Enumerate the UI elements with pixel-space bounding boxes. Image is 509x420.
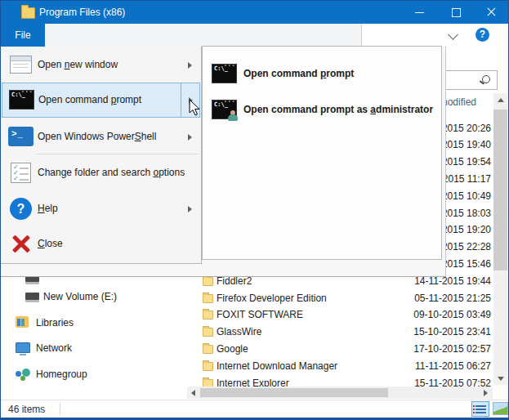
file-row[interactable]: FOXIT SOFTWARE09-10-2015 03:49	[187, 306, 493, 324]
sidebar-item-network[interactable]: Network	[1, 340, 186, 356]
file-date-modified: 11-11-2015 06:27	[415, 360, 491, 372]
drive-icon	[25, 293, 39, 300]
scroll-down-button[interactable]	[493, 372, 507, 385]
file-menu-item-open-command-prompt[interactable]: C:\_Open command prompt	[2, 83, 200, 118]
folder-icon	[203, 294, 213, 303]
window-icon	[8, 54, 34, 76]
folder-icon	[203, 362, 213, 371]
scroll-right-button[interactable]	[480, 386, 491, 399]
file-name: FOXIT SOFTWARE	[217, 309, 303, 320]
folder-icon	[203, 277, 213, 286]
admin-user-badge-icon	[227, 110, 238, 121]
file-menu-overlay: Open new windowC:\_Open command prompt>_…	[1, 47, 446, 277]
file-row[interactable]: Firefox Developer Edition05-11-2015 21:2…	[187, 290, 493, 307]
sidebar-item-new-volume-e[interactable]: New Volume (E:)	[1, 288, 186, 305]
file-menu-item-close[interactable]: Close	[2, 227, 200, 261]
vertical-scrollbar-thumb[interactable]	[493, 109, 507, 270]
file-tab[interactable]: File	[1, 24, 45, 47]
file-date-modified: 2015 15:46	[442, 258, 491, 270]
file-date-modified: 2015 19:54	[442, 156, 491, 168]
window-title: Program Files (x86)	[39, 1, 125, 24]
file-date-modified: 09-10-2015 03:49	[413, 309, 491, 320]
file-date-modified: 2015 20:26	[442, 123, 491, 134]
submenu-item-open-command-prompt[interactable]: C:\_Open command prompt	[204, 56, 440, 91]
powershell-icon: >_	[8, 126, 34, 148]
folder-icon	[21, 7, 35, 19]
file-name: GlassWire	[217, 326, 261, 337]
file-date-modified: 2015 10:49	[442, 190, 491, 202]
details-view-button[interactable]	[471, 401, 489, 417]
menu-item-label: Open command prompt	[38, 83, 141, 117]
file-date-modified: 2015 19:20	[442, 224, 491, 235]
command-prompt-submenu: C:\_Open command promptC:\_Open command …	[202, 46, 442, 260]
status-bar: 46 items	[1, 400, 509, 418]
explorer-window: Program Files (x86) ? File Date modified…	[0, 0, 509, 420]
file-menu-item-open-windows-powershell[interactable]: >_Open Windows PowerShell	[2, 120, 200, 154]
thumbnails-view-button[interactable]	[493, 402, 508, 415]
submenu-arrow-icon[interactable]	[188, 62, 192, 69]
sidebar-item-libraries[interactable]: Libraries	[1, 315, 186, 331]
folder-icon	[203, 345, 213, 354]
menu-item-label: Help	[38, 192, 58, 226]
folder-icon	[203, 328, 213, 337]
menu-item-label: Open new window	[38, 48, 118, 82]
sidebar-item-label: Network	[36, 342, 72, 354]
submenu-item-open-command-prompt-admin[interactable]: C:\_Open command prompt as administrator	[204, 92, 440, 127]
network-icon	[16, 342, 30, 353]
file-date-modified: 2015 19:40	[442, 139, 491, 150]
sidebar-item-label: Libraries	[36, 317, 74, 328]
details-view-icon	[476, 405, 486, 413]
file-date-modified: 17-10-2015 02:57	[413, 343, 491, 355]
file-row[interactable]: Internet Download Manager11-11-2015 06:2…	[187, 358, 493, 375]
cmd-admin-icon: C:\_	[212, 99, 238, 121]
submenu-arrow-icon[interactable]	[188, 134, 192, 141]
scroll-left-button[interactable]	[187, 386, 199, 399]
menu-item-label: Open command prompt as administrator	[243, 92, 433, 127]
help-icon: ?	[8, 198, 34, 220]
submenu-arrow-icon[interactable]	[188, 206, 192, 212]
items-count: 46 items	[8, 404, 45, 415]
menu-separator	[36, 154, 199, 154]
file-date-modified: 2015 22:28	[442, 241, 491, 252]
libraries-icon	[16, 316, 29, 328]
options-icon	[8, 162, 34, 184]
file-name: Firefox Developer Edition	[217, 293, 327, 304]
file-date-modified: 2015 11:17	[443, 173, 491, 185]
sidebar-item-label: New Volume (E:)	[43, 291, 117, 302]
menu-item-label: Open Windows PowerShell	[38, 120, 156, 154]
menu-item-label: Open command prompt	[243, 56, 354, 91]
file-row[interactable]: GlassWire15-10-2015 23:41	[187, 324, 493, 341]
mouse-cursor	[189, 99, 202, 117]
file-name: Google	[217, 343, 248, 355]
cmd-icon: C:\_	[9, 89, 35, 111]
status-separator	[60, 403, 60, 415]
close-icon	[8, 233, 34, 255]
horizontal-scrollbar[interactable]	[187, 386, 493, 399]
file-menu: Open new windowC:\_Open command prompt>_…	[1, 47, 202, 264]
sidebar-item-homegroup[interactable]: Homegroup	[1, 366, 186, 382]
cmd-icon: C:\_	[212, 63, 238, 85]
horizontal-scrollbar-thumb[interactable]	[200, 388, 388, 397]
file-date-modified: 2015 18:03	[442, 208, 491, 219]
file-menu-item-help[interactable]: ?Help	[2, 192, 200, 226]
file-date-modified: 05-11-2015 21:25	[414, 293, 491, 304]
vertical-scrollbar[interactable]	[493, 93, 507, 385]
homegroup-icon	[16, 368, 30, 381]
folder-icon	[203, 311, 213, 319]
file-date-modified: 15-10-2015 23:41	[413, 326, 491, 337]
menu-item-label: Close	[38, 227, 63, 261]
scroll-up-button[interactable]	[493, 93, 507, 106]
file-name: Internet Download Manager	[217, 360, 337, 372]
file-menu-item-open-new-window[interactable]: Open new window	[2, 48, 200, 82]
menu-item-label: Change folder and search options	[38, 156, 185, 190]
file-menu-item-change-folder-options[interactable]: Change folder and search options	[2, 156, 200, 190]
file-row[interactable]: Google17-10-2015 02:57	[187, 341, 493, 358]
sidebar-item-label: Homegroup	[36, 369, 87, 380]
